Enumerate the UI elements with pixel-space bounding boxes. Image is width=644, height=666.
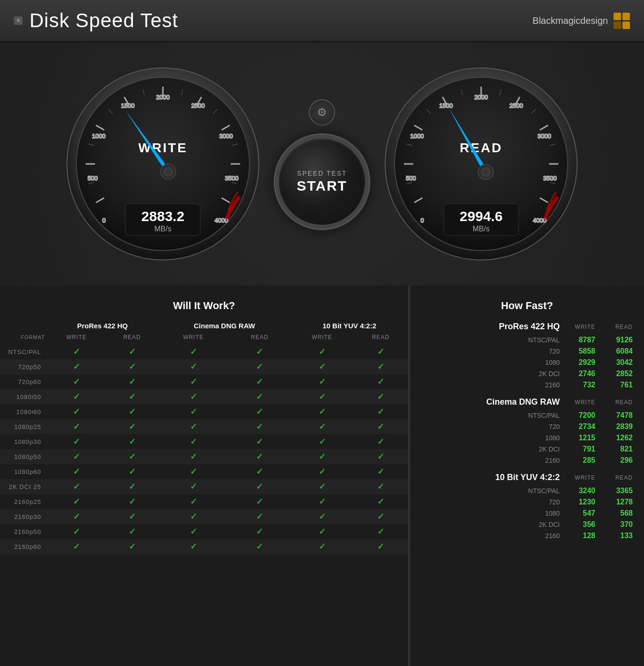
hf-write-val: 7200 (560, 411, 597, 420)
check-cell: ✓ (353, 434, 408, 449)
check-cell: ✓ (291, 524, 353, 539)
gear-icon: ⚙ (317, 106, 327, 119)
format-cell: 2160p30 (0, 509, 47, 524)
hf-read-val: 1278 (597, 498, 635, 506)
check-cell: ✓ (47, 509, 106, 524)
hf-row-name: 2160 (419, 457, 560, 464)
svg-text:2500: 2500 (191, 102, 205, 109)
hf-write-val: 8787 (560, 336, 597, 344)
list-item: NTSC/PAL87879126 (419, 334, 635, 346)
check-cell: ✓ (291, 464, 353, 479)
check-cell: ✓ (106, 404, 158, 419)
hf-col-header: WRITE (560, 399, 597, 406)
check-cell: ✓ (291, 494, 353, 509)
table-row: 2160p25✓✓✓✓✓✓ (0, 494, 408, 509)
hf-group: ProRes 422 HQWRITEREADNTSC/PAL8787912672… (419, 319, 635, 391)
table-row: 2160p30✓✓✓✓✓✓ (0, 509, 408, 524)
close-button[interactable]: ✕ (14, 16, 22, 25)
svg-text:2994.6: 2994.6 (460, 208, 503, 224)
write-gauge: 0 500 1000 1500 2000 2500 (65, 66, 261, 262)
list-item: 2160128133 (419, 530, 635, 541)
check-cell: ✓ (158, 524, 229, 539)
hf-group-header: ProRes 422 HQWRITEREAD (419, 319, 635, 334)
check-cell: ✓ (47, 449, 106, 464)
table-row: 1080p60✓✓✓✓✓✓ (0, 464, 408, 479)
hf-read-val: 3365 (597, 487, 635, 495)
check-cell: ✓ (229, 464, 291, 479)
check-cell: ✓ (47, 359, 106, 374)
check-cell: ✓ (47, 479, 106, 494)
check-cell: ✓ (291, 359, 353, 374)
hf-row-name: 2K DCI (419, 521, 560, 528)
check-cell: ✓ (47, 389, 106, 404)
svg-text:1000: 1000 (410, 133, 424, 140)
check-cell: ✓ (106, 509, 158, 524)
check-cell: ✓ (229, 374, 291, 389)
check-cell: ✓ (229, 509, 291, 524)
speed-test-label: SPEED TEST (297, 170, 347, 177)
wiw-table-body: NTSC/PAL✓✓✓✓✓✓720p50✓✓✓✓✓✓720p60✓✓✓✓✓✓10… (0, 344, 408, 554)
format-cell: 2160p50 (0, 524, 47, 539)
hf-write-val: 128 (560, 532, 597, 540)
hf-write-val: 285 (560, 456, 597, 465)
table-row: NTSC/PAL✓✓✓✓✓✓ (0, 344, 408, 359)
check-cell: ✓ (106, 524, 158, 539)
wiw-group-header: ProRes 422 HQ Cinema DNG RAW 10 Bit YUV … (0, 319, 408, 333)
list-item: 2K DCI356370 (419, 519, 635, 530)
hf-read-val: 370 (597, 520, 635, 529)
check-cell: ✓ (229, 524, 291, 539)
list-item: 72012301278 (419, 496, 635, 508)
prores-header: ProRes 422 HQ (47, 319, 158, 333)
how-fast-title: How Fast? (410, 295, 644, 319)
brand-square-1 (614, 13, 621, 20)
hf-write-val: 791 (560, 445, 597, 453)
hf-row-name: NTSC/PAL (419, 412, 560, 419)
check-cell: ✓ (106, 449, 158, 464)
brand-square-3 (614, 22, 621, 29)
list-item: 108029293042 (419, 357, 635, 368)
check-cell: ✓ (106, 464, 158, 479)
check-cell: ✓ (47, 344, 106, 359)
hf-row-name: NTSC/PAL (419, 336, 560, 344)
check-cell: ✓ (47, 464, 106, 479)
hf-col-header: READ (597, 324, 635, 330)
hf-group-title: 10 Bit YUV 4:2:2 (419, 473, 560, 482)
hf-row-name: 1080 (419, 434, 560, 442)
list-item: 2K DCI791821 (419, 444, 635, 455)
check-cell: ✓ (106, 434, 158, 449)
check-cell: ✓ (291, 539, 353, 554)
check-cell: ✓ (291, 344, 353, 359)
check-cell: ✓ (106, 344, 158, 359)
check-cell: ✓ (229, 344, 291, 359)
hf-row-name: 2160 (419, 381, 560, 389)
check-cell: ✓ (353, 449, 408, 464)
hf-group-header: 10 Bit YUV 4:2:2WRITEREAD (419, 470, 635, 485)
check-cell: ✓ (47, 539, 106, 554)
hf-col-header: READ (597, 474, 635, 481)
check-cell: ✓ (47, 524, 106, 539)
table-row: 2160p50✓✓✓✓✓✓ (0, 524, 408, 539)
check-cell: ✓ (291, 509, 353, 524)
hf-write-val: 356 (560, 520, 597, 529)
format-cell: 1080i50 (0, 389, 47, 404)
check-cell: ✓ (106, 359, 158, 374)
yuv-write-header: WRITE (291, 333, 353, 344)
prores-write-header: WRITE (47, 333, 106, 344)
table-row: 720p60✓✓✓✓✓✓ (0, 374, 408, 389)
check-cell: ✓ (158, 359, 229, 374)
table-row: 2160p60✓✓✓✓✓✓ (0, 539, 408, 554)
hf-col-header: WRITE (560, 474, 597, 481)
hf-read-val: 6084 (597, 347, 635, 355)
check-cell: ✓ (229, 539, 291, 554)
hf-group: 10 Bit YUV 4:2:2WRITEREADNTSC/PAL3240336… (419, 470, 635, 541)
check-cell: ✓ (291, 479, 353, 494)
check-cell: ✓ (229, 449, 291, 464)
svg-text:2500: 2500 (510, 102, 523, 109)
svg-text:WRITE: WRITE (138, 141, 187, 155)
settings-button[interactable]: ⚙ (309, 99, 335, 126)
hf-row-name: 1080 (419, 359, 560, 366)
start-button[interactable]: SPEED TEST START (275, 135, 369, 229)
hf-row-name: 2K DCI (419, 445, 560, 453)
svg-text:MB/s: MB/s (473, 225, 490, 233)
list-item: 2160732761 (419, 379, 635, 391)
